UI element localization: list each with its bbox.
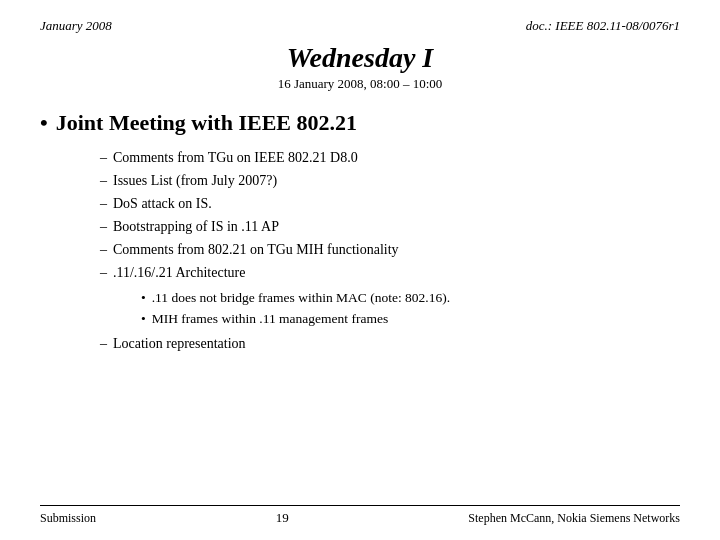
header-doc: doc.: IEEE 802.11-08/0076r1 xyxy=(526,18,680,34)
footer-right: Stephen McCann, Nokia Siemens Networks xyxy=(468,511,680,526)
dash-icon: – xyxy=(100,332,107,355)
sub-item-text: .11 does not bridge frames within MAC (n… xyxy=(152,287,450,309)
dash-icon: – xyxy=(100,261,107,331)
sub-bullet: • xyxy=(141,308,146,330)
sub-item-text: MIH frames within .11 management frames xyxy=(152,308,388,330)
header: January 2008 doc.: IEEE 802.11-08/0076r1 xyxy=(40,18,680,34)
title-section: Wednesday I 16 January 2008, 08:00 – 10:… xyxy=(40,42,680,92)
sub-item: • .11 does not bridge frames within MAC … xyxy=(141,287,450,309)
dash-icon: – xyxy=(100,146,107,169)
sub-list: • .11 does not bridge frames within MAC … xyxy=(141,287,450,330)
list-item: – Issues List (from July 2007?) xyxy=(100,169,680,192)
item-text: .11/.16/.21 Architecture xyxy=(113,265,245,280)
item-text: Issues List (from July 2007?) xyxy=(113,169,277,192)
header-date: January 2008 xyxy=(40,18,112,34)
section-heading: • Joint Meeting with IEEE 802.21 xyxy=(40,110,680,136)
sub-bullet: • xyxy=(141,287,146,309)
list-item: – .11/.16/.21 Architecture • .11 does no… xyxy=(100,261,680,331)
page: January 2008 doc.: IEEE 802.11-08/0076r1… xyxy=(0,0,720,540)
section-bullet: • xyxy=(40,110,48,136)
item-text: Location representation xyxy=(113,332,246,355)
dash-icon: – xyxy=(100,215,107,238)
list-item: – Comments from 802.21 on TGu MIH functi… xyxy=(100,238,680,261)
list-item: – DoS attack on IS. xyxy=(100,192,680,215)
footer-page-number: 19 xyxy=(276,510,289,526)
item-text: Bootstrapping of IS in .11 AP xyxy=(113,215,279,238)
sub-item: • MIH frames within .11 management frame… xyxy=(141,308,450,330)
dash-icon: – xyxy=(100,192,107,215)
footer: Submission 19 Stephen McCann, Nokia Siem… xyxy=(40,505,680,526)
footer-left: Submission xyxy=(40,511,96,526)
item-text: Comments from TGu on IEEE 802.21 D8.0 xyxy=(113,146,358,169)
subtitle: 16 January 2008, 08:00 – 10:00 xyxy=(40,76,680,92)
main-title: Wednesday I xyxy=(40,42,680,74)
item-text: DoS attack on IS. xyxy=(113,192,212,215)
dash-icon: – xyxy=(100,169,107,192)
list-item: – Location representation xyxy=(100,332,680,355)
dash-icon: – xyxy=(100,238,107,261)
list-item: – Comments from TGu on IEEE 802.21 D8.0 xyxy=(100,146,680,169)
content-list: – Comments from TGu on IEEE 802.21 D8.0 … xyxy=(100,146,680,355)
item-text: Comments from 802.21 on TGu MIH function… xyxy=(113,238,399,261)
list-item: – Bootstrapping of IS in .11 AP xyxy=(100,215,680,238)
section-heading-text: Joint Meeting with IEEE 802.21 xyxy=(56,110,357,136)
